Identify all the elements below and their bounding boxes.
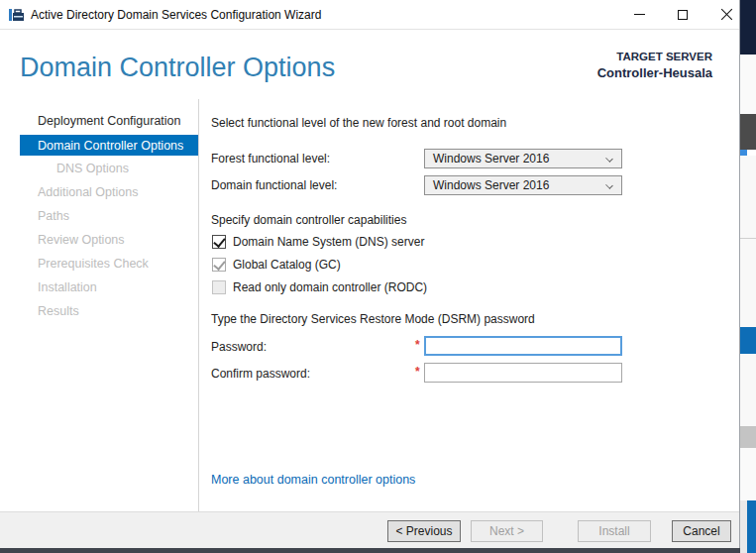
nav-item-prerequisites-check: Prerequisites Check (0, 252, 198, 276)
background-window-fragment (0, 548, 740, 553)
target-server-name: Controller-Heusala (597, 65, 712, 80)
forest-functional-level-label: Forest functional level: (211, 149, 330, 168)
nav-item-paths: Paths (0, 204, 198, 228)
minimize-icon[interactable] (623, 0, 655, 29)
background-window-fragment (740, 354, 756, 426)
close-icon[interactable] (710, 0, 742, 29)
title-bar: Active Directory Domain Services Configu… (0, 0, 739, 30)
dns-server-checkbox-row: Domain Name System (DNS) server (212, 234, 424, 250)
domain-functional-level-label: Domain functional level: (211, 175, 337, 195)
dns-server-checkbox[interactable] (212, 235, 226, 249)
rodc-checkbox-row: Read only domain controller (RODC) (212, 279, 427, 295)
nav-item-domain-controller-options[interactable]: Domain Controller Options (20, 135, 198, 156)
background-window-fragment (740, 55, 756, 114)
password-input[interactable] (424, 336, 622, 356)
install-button: Install (578, 520, 651, 542)
nav-item-deployment-configuration[interactable]: Deployment Configuration (0, 109, 198, 133)
nav-item-additional-options: Additional Options (0, 180, 198, 204)
cancel-button[interactable]: Cancel (672, 520, 731, 542)
domain-functional-level-dropdown[interactable]: Windows Server 2016 (424, 175, 622, 195)
global-catalog-checkbox-label: Global Catalog (GC) (233, 258, 341, 272)
target-server-label: TARGET SERVER (616, 51, 712, 62)
nav-item-installation: Installation (0, 276, 198, 299)
password-label: Password: (211, 337, 267, 357)
forest-functional-level-value: Windows Server 2016 (433, 152, 549, 166)
adds-wizard-icon (8, 7, 25, 23)
confirm-password-input[interactable] (424, 363, 622, 383)
nav-item-review-options: Review Options (0, 228, 198, 252)
capabilities-heading: Specify domain controller capabilities (211, 212, 406, 228)
rodc-checkbox-label: Read only domain controller (RODC) (233, 280, 427, 294)
background-window-fragment (740, 114, 756, 150)
dsrm-heading: Type the Directory Services Restore Mode… (211, 311, 535, 327)
background-window-fragment (740, 239, 756, 327)
global-catalog-checkbox (212, 258, 226, 272)
chevron-down-icon (605, 181, 613, 189)
page-title: Domain Controller Options (20, 53, 335, 83)
nav-item-results: Results (0, 299, 198, 323)
background-window-fragment (740, 327, 756, 354)
domain-functional-level-value: Windows Server 2016 (433, 178, 549, 192)
footer-bar: < Previous Next > Install Cancel (0, 511, 739, 548)
wizard-window: Active Directory Domain Services Configu… (0, 0, 740, 548)
dns-server-checkbox-label: Domain Name System (DNS) server (233, 235, 424, 249)
window-title: Active Directory Domain Services Configu… (31, 8, 321, 22)
background-window-fragment (740, 156, 756, 238)
functional-level-heading: Select functional level of the new fores… (211, 115, 506, 131)
more-about-link[interactable]: More about domain controller options (211, 473, 415, 487)
rodc-checkbox (212, 280, 226, 294)
confirm-password-label: Confirm password: (211, 364, 310, 384)
sidebar-divider (198, 99, 199, 511)
nav-item-dns-options: DNS Options (0, 157, 198, 180)
maximize-icon[interactable] (667, 0, 699, 29)
background-window-fragment (740, 448, 756, 500)
background-window-fragment (747, 500, 756, 553)
global-catalog-checkbox-row: Global Catalog (GC) (212, 257, 341, 273)
previous-button[interactable]: < Previous (387, 520, 461, 542)
background-window-fragment (740, 0, 756, 55)
next-button: Next > (471, 520, 543, 542)
screenshot: Active Directory Domain Services Configu… (0, 0, 756, 553)
wizard-steps-nav: Deployment Configuration Domain Controll… (0, 109, 198, 323)
chevron-down-icon (605, 155, 613, 163)
background-window-fragment (740, 426, 756, 448)
background-window-fragment (740, 500, 747, 553)
forest-functional-level-dropdown[interactable]: Windows Server 2016 (424, 149, 622, 168)
